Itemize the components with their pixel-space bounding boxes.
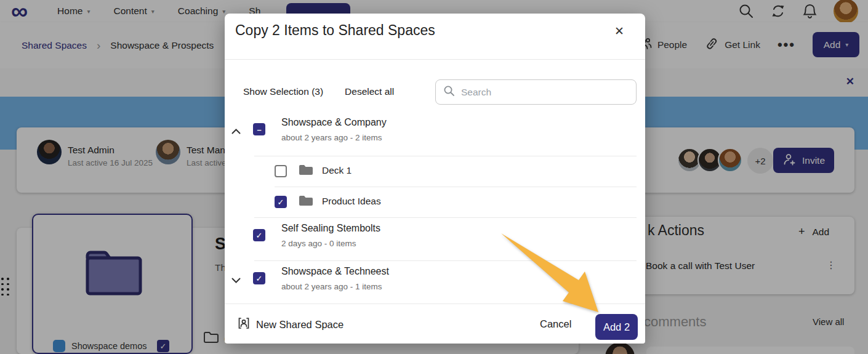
folder-icon xyxy=(299,164,313,179)
folder-icon xyxy=(299,195,313,209)
divider xyxy=(254,260,637,261)
selection-controls: Show Selection (3) Deselect all xyxy=(243,86,394,97)
divider xyxy=(254,217,637,218)
space-row-showspace-techneest[interactable]: ✓ Showspace & Techneest about 2 years ag… xyxy=(225,265,645,304)
checkbox-indeterminate[interactable]: – xyxy=(253,123,265,135)
dialog-footer: New Shared Space Cancel Add 2 xyxy=(225,304,645,344)
space-meta: about 2 years ago - 2 items xyxy=(281,133,382,142)
search-input[interactable] xyxy=(461,87,629,98)
child-label: Deck 1 xyxy=(322,165,352,176)
copy-items-dialog: Copy 2 Items to Shared Spaces ✕ Show Sel… xyxy=(225,14,645,344)
checkbox-checked[interactable]: ✓ xyxy=(275,196,287,208)
space-title: Showspace & Techneest xyxy=(281,266,389,277)
space-meta: 2 days ago - 0 items xyxy=(281,239,356,248)
close-icon[interactable]: ✕ xyxy=(614,24,624,38)
checkbox-unchecked[interactable] xyxy=(275,165,287,177)
deselect-all-button[interactable]: Deselect all xyxy=(345,86,394,97)
dialog-title: Copy 2 Items to Shared Spaces xyxy=(235,22,435,39)
chevron-down-icon[interactable] xyxy=(231,275,241,286)
cancel-button[interactable]: Cancel xyxy=(540,318,571,330)
child-row-product-ideas[interactable]: ✓ Product Ideas xyxy=(225,187,645,217)
space-title: Showspace & Company xyxy=(281,117,387,128)
new-shared-space-button[interactable]: New Shared Space xyxy=(238,317,344,332)
checkbox-checked[interactable]: ✓ xyxy=(253,229,265,241)
checkbox-checked[interactable]: ✓ xyxy=(253,272,265,284)
add-2-button[interactable]: Add 2 xyxy=(595,314,638,340)
chevron-up-icon[interactable] xyxy=(231,126,241,137)
search-field[interactable] xyxy=(435,79,637,105)
space-row-showspace-company[interactable]: – Showspace & Company about 2 years ago … xyxy=(225,116,645,156)
space-row-self-sealing-stembolts[interactable]: ✓ Self Sealing Stembolts 2 days ago - 0 … xyxy=(225,222,645,260)
child-row-deck-1[interactable]: Deck 1 xyxy=(225,156,645,187)
divider xyxy=(225,59,645,60)
shared-space-icon xyxy=(238,317,250,332)
space-title: Self Sealing Stembolts xyxy=(281,223,380,234)
space-meta: about 2 years ago - 1 items xyxy=(281,282,382,291)
child-label: Product Ideas xyxy=(322,196,381,207)
app-window: ∞ Home▾ Content▾ Coaching▾ Sh Shared Spa… xyxy=(0,0,868,354)
show-selection-button[interactable]: Show Selection (3) xyxy=(243,86,323,97)
search-icon xyxy=(443,85,455,99)
